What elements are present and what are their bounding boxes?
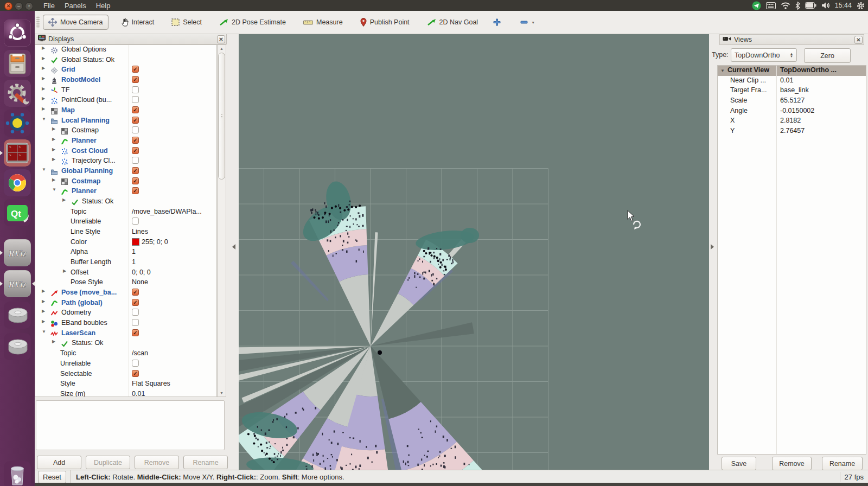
menu-panels[interactable]: Panels <box>60 2 91 10</box>
enabled-checkbox[interactable]: ✓ <box>132 177 139 184</box>
launcher-system-settings[interactable] <box>4 80 31 107</box>
views-row-x[interactable]: X2.8182 <box>718 116 866 126</box>
launcher-chrome-browser[interactable] <box>4 169 31 196</box>
display-row-selectable[interactable]: Selectable✓ <box>35 369 216 380</box>
reset-button[interactable]: Reset <box>38 471 66 483</box>
views-value[interactable]: TopDownOrtho ... <box>780 66 837 74</box>
scroll-down-icon[interactable]: ▼ <box>218 389 226 397</box>
launcher-trash[interactable] <box>4 461 31 486</box>
views-tree[interactable]: ▼Current ViewTopDownOrtho ...Near Clip .… <box>717 65 866 455</box>
toolbar-grip[interactable] <box>36 16 40 28</box>
zero-button[interactable]: Zero <box>804 48 851 63</box>
remove-tool-button[interactable]: ▼ <box>518 18 538 27</box>
display-row-robotmodel[interactable]: ▶RobotModel✓ <box>35 75 216 86</box>
bluetooth-icon[interactable] <box>795 2 800 10</box>
enabled-checkbox[interactable]: ✓ <box>132 66 139 73</box>
property-value[interactable]: None <box>132 278 148 286</box>
views-value[interactable]: 0.01 <box>780 76 793 84</box>
enabled-checkbox[interactable]: ✓ <box>132 147 139 154</box>
expander-closed-icon[interactable]: ▶ <box>52 339 55 344</box>
expander-closed-icon[interactable]: ▶ <box>52 177 55 182</box>
enabled-checkbox[interactable] <box>132 126 139 133</box>
display-row-path-global-[interactable]: ▶Path (global)✓ <box>35 298 216 309</box>
display-row-local-planning[interactable]: ▼Local Planning✓ <box>35 116 216 126</box>
display-row-odometry[interactable]: ▶Odometry <box>35 308 216 318</box>
expander-closed-icon[interactable]: ▶ <box>63 268 66 273</box>
wifi-icon[interactable] <box>781 2 790 9</box>
enabled-checkbox[interactable]: ✓ <box>132 329 139 336</box>
views-row-scale[interactable]: Scale65.5127 <box>718 96 866 106</box>
enabled-checkbox[interactable] <box>132 309 139 316</box>
views-value[interactable]: 65.5127 <box>780 97 805 104</box>
expander-closed-icon[interactable]: ▶ <box>42 289 45 293</box>
enabled-checkbox[interactable]: ✓ <box>132 117 139 124</box>
rename-display-button[interactable]: Rename <box>183 456 228 469</box>
launcher-dash-home[interactable] <box>4 20 31 47</box>
launcher-terminal[interactable]: >>>> <box>4 139 31 167</box>
views-column-divider[interactable] <box>776 66 777 454</box>
expander-open-icon[interactable]: ▼ <box>42 329 46 334</box>
expander-closed-icon[interactable]: ▶ <box>42 56 45 61</box>
expander-closed-icon[interactable]: ▶ <box>42 106 45 111</box>
enabled-checkbox[interactable]: ✓ <box>132 137 139 144</box>
minimize-window-icon[interactable]: – <box>15 2 23 10</box>
remove-display-button[interactable]: Remove <box>135 456 179 469</box>
property-value[interactable]: 0.01 <box>132 390 145 397</box>
tool-measure[interactable]: Measure <box>298 16 348 29</box>
duplicate-display-button[interactable]: Duplicate <box>86 456 130 469</box>
display-row-alpha[interactable]: Alpha1 <box>35 247 216 258</box>
enabled-checkbox[interactable]: ✓ <box>132 370 139 377</box>
tool-move-camera[interactable]: Move Camera <box>43 15 108 30</box>
expander-open-icon[interactable]: ▼ <box>42 167 46 172</box>
expander-closed-icon[interactable]: ▶ <box>42 86 45 91</box>
tool-select[interactable]: Select <box>167 16 207 29</box>
expander-open-icon[interactable]: ▼ <box>52 187 56 192</box>
displays-tree[interactable]: ▶Global Options▶Global Status: Ok▶Grid✓▶… <box>35 44 217 397</box>
session-gear-icon[interactable] <box>857 2 865 10</box>
views-value[interactable]: 2.8182 <box>780 117 801 124</box>
expander-closed-icon[interactable]: ▶ <box>42 76 45 81</box>
displays-close-icon[interactable]: ✕ <box>217 35 225 43</box>
menu-file[interactable]: File <box>39 2 60 10</box>
launcher-qt-creator[interactable]: Qt <box>4 199 31 226</box>
display-row-grid[interactable]: ▶Grid✓ <box>35 65 216 75</box>
enabled-checkbox[interactable]: ✓ <box>132 289 139 296</box>
expander-closed-icon[interactable]: ▶ <box>42 299 45 304</box>
views-row-y[interactable]: Y2.76457 <box>718 126 866 137</box>
display-row-unreliable[interactable]: Unreliable <box>35 217 216 227</box>
property-value[interactable]: Flat Squares <box>132 380 170 387</box>
expander-open-icon[interactable]: ▼ <box>720 68 725 73</box>
display-row-global-status-ok[interactable]: ▶Global Status: Ok <box>35 55 216 66</box>
clock[interactable]: 15:44 <box>835 2 852 9</box>
views-panel-titlebar[interactable]: Views ✕ <box>719 34 864 45</box>
display-row-style[interactable]: StyleFlat Squares <box>35 379 216 389</box>
enabled-checkbox[interactable] <box>132 157 139 164</box>
displays-scrollbar[interactable]: ▲ ▼ <box>217 44 226 397</box>
display-row-eband-boubles[interactable]: ▶EBand boubles <box>35 318 216 329</box>
left-splitter-collapse-icon[interactable] <box>232 244 235 250</box>
launcher-simulator-app[interactable] <box>4 110 31 137</box>
expander-closed-icon[interactable]: ▶ <box>42 96 45 101</box>
spinner-icons[interactable]: ▲▼ <box>790 53 793 58</box>
property-value[interactable]: 0; 0; 0 <box>132 268 151 276</box>
enabled-checkbox[interactable] <box>132 319 139 326</box>
expander-closed-icon[interactable]: ▶ <box>42 309 45 314</box>
display-row-tf[interactable]: ▶TF <box>35 86 216 96</box>
telegram-icon[interactable] <box>752 1 761 10</box>
launcher-disk-2[interactable] <box>4 333 31 360</box>
display-row-offset[interactable]: ▶Offset0; 0; 0 <box>35 268 216 278</box>
launcher-file-cabinet[interactable] <box>4 50 31 77</box>
property-value[interactable]: 1 <box>132 248 136 255</box>
tool-2d-pose-estimate[interactable]: 2D Pose Estimate <box>214 16 291 29</box>
expander-closed-icon[interactable]: ▶ <box>52 137 55 142</box>
launcher-rviz-1[interactable]: RViz <box>4 239 31 266</box>
maximize-window-icon[interactable]: ▫ <box>25 2 33 10</box>
display-row-topic[interactable]: Topic/move_base/DWAPla... <box>35 207 216 218</box>
display-row-cost-cloud[interactable]: ▶Cost Cloud✓ <box>35 146 216 157</box>
color-swatch[interactable] <box>132 238 139 246</box>
display-row-status-ok[interactable]: ▶Status: Ok <box>35 197 216 207</box>
enabled-checkbox[interactable]: ✓ <box>132 76 139 83</box>
expander-closed-icon[interactable]: ▶ <box>42 66 45 71</box>
display-row-global-planning[interactable]: ▼Global Planning✓ <box>35 167 216 177</box>
expander-closed-icon[interactable]: ▶ <box>52 157 55 162</box>
